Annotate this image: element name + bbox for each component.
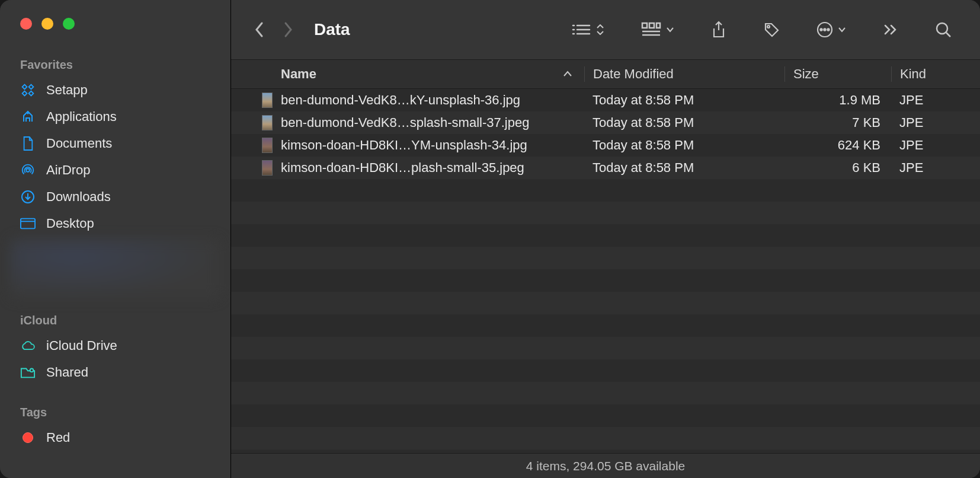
window-title: Data (314, 20, 350, 39)
sidebar-item-shared[interactable]: Shared (0, 359, 230, 385)
sidebar-item-label: iCloud Drive (46, 338, 117, 353)
file-size: 7 KB (784, 115, 891, 130)
file-thumbnail-icon (262, 138, 273, 153)
shared-folder-icon (20, 366, 36, 379)
overflow-button[interactable] (878, 20, 903, 39)
group-by-button[interactable] (636, 18, 679, 41)
finder-window: Favorites Setapp Applications Documents … (0, 0, 980, 478)
column-size-label: Size (793, 66, 819, 81)
svg-point-23 (820, 28, 822, 30)
file-kind: JPE (891, 160, 980, 176)
column-name-label: Name (281, 66, 316, 82)
toolbar: Data (231, 0, 980, 59)
file-row[interactable]: ben-dumond-VedK8…kY-unsplash-36.jpg Toda… (231, 89, 980, 111)
svg-rect-0 (23, 84, 27, 89)
share-button[interactable] (706, 17, 731, 42)
sidebar-section-tags: Tags (0, 401, 230, 424)
sidebar-item-icloud-drive[interactable]: iCloud Drive (0, 332, 230, 359)
chevron-down-icon (838, 27, 846, 33)
file-thumbnail-icon (262, 93, 273, 108)
file-name: kimson-doan-HD8KI…YM-unsplash-34.jpg (281, 138, 527, 153)
sidebar-item-label: Red (46, 430, 70, 445)
sidebar-item-downloads[interactable]: Downloads (0, 183, 230, 210)
documents-icon (20, 136, 36, 151)
sidebar-item-applications[interactable]: Applications (0, 103, 230, 130)
sidebar-item-label: Downloads (46, 189, 111, 205)
forward-button[interactable] (277, 17, 299, 42)
file-size: 624 KB (784, 138, 891, 153)
applications-icon (20, 110, 36, 124)
svg-point-26 (937, 23, 947, 34)
chevron-updown-icon (596, 24, 604, 35)
sidebar-section-favorites: Favorites (0, 53, 230, 77)
sidebar-item-desktop[interactable]: Desktop (0, 210, 230, 237)
svg-point-25 (827, 28, 829, 30)
file-name: ben-dumond-VedK8…kY-unsplash-36.jpg (281, 93, 520, 108)
view-mode-button[interactable] (566, 19, 609, 40)
file-kind: JPE (891, 93, 980, 108)
sidebar-item-label: Documents (46, 136, 112, 151)
file-size: 1.9 MB (784, 93, 891, 108)
file-date: Today at 8:58 PM (584, 115, 784, 130)
column-kind[interactable]: Kind (891, 66, 980, 82)
file-name: ben-dumond-VedK8…splash-small-37.jpeg (281, 115, 529, 130)
status-bar: 4 items, 294.05 GB available (231, 453, 980, 478)
sidebar-item-label: Shared (46, 365, 88, 380)
svg-point-21 (767, 26, 770, 28)
svg-point-24 (824, 28, 825, 30)
column-date-modified[interactable]: Date Modified (584, 66, 784, 82)
file-size: 6 KB (784, 160, 891, 176)
column-date-label: Date Modified (593, 66, 674, 81)
sidebar-item-documents[interactable]: Documents (0, 130, 230, 157)
svg-rect-3 (29, 91, 34, 95)
file-date: Today at 8:58 PM (584, 160, 784, 176)
sidebar-item-label: Applications (46, 109, 117, 125)
svg-rect-7 (21, 218, 35, 228)
sidebar-item-label: Desktop (46, 216, 94, 231)
svg-rect-17 (649, 23, 654, 28)
sidebar-item-setapp[interactable]: Setapp (0, 77, 230, 103)
column-headers: Name Date Modified Size Kind (231, 59, 980, 89)
column-name[interactable]: Name (231, 66, 584, 82)
file-date: Today at 8:58 PM (584, 93, 784, 108)
main-panel: Data (231, 0, 980, 478)
file-list[interactable]: ben-dumond-VedK8…kY-unsplash-36.jpg Toda… (231, 89, 980, 453)
column-kind-label: Kind (900, 66, 926, 81)
more-actions-button[interactable] (812, 18, 851, 42)
svg-rect-16 (642, 23, 647, 28)
close-window-button[interactable] (20, 18, 32, 30)
file-kind: JPE (891, 115, 980, 130)
red-tag-icon (20, 432, 36, 443)
traffic-lights (0, 18, 230, 30)
file-row[interactable]: kimson-doan-HD8KI…YM-unsplash-34.jpg Tod… (231, 134, 980, 157)
file-thumbnail-icon (262, 115, 273, 130)
search-button[interactable] (930, 18, 956, 42)
fullscreen-window-button[interactable] (63, 18, 75, 30)
redacted-sidebar-item (11, 239, 220, 298)
svg-rect-2 (23, 91, 27, 95)
downloads-icon (20, 190, 36, 204)
file-row[interactable]: ben-dumond-VedK8…splash-small-37.jpeg To… (231, 111, 980, 134)
file-row[interactable]: kimson-doan-HD8KI…plash-small-35.jpeg To… (231, 157, 980, 179)
icloud-icon (20, 340, 36, 352)
svg-line-27 (946, 33, 950, 37)
minimize-window-button[interactable] (41, 18, 53, 30)
sort-ascending-icon (563, 71, 572, 78)
sidebar-section-icloud: iCloud (0, 309, 230, 332)
file-name: kimson-doan-HD8KI…plash-small-35.jpeg (281, 160, 524, 176)
sidebar-item-tag-red[interactable]: Red (0, 424, 230, 451)
svg-rect-18 (656, 23, 660, 28)
sidebar-item-label: Setapp (46, 82, 88, 98)
back-button[interactable] (249, 17, 270, 42)
svg-point-5 (26, 168, 30, 172)
status-text: 4 items, 294.05 GB available (526, 459, 686, 473)
column-size[interactable]: Size (784, 66, 891, 82)
svg-point-4 (27, 112, 28, 113)
tags-button[interactable] (758, 18, 784, 42)
file-thumbnail-icon (262, 160, 273, 176)
svg-rect-1 (29, 84, 34, 89)
file-kind: JPE (891, 138, 980, 153)
toolbar-actions (566, 17, 956, 42)
sidebar-item-airdrop[interactable]: AirDrop (0, 157, 230, 183)
desktop-icon (20, 218, 36, 230)
